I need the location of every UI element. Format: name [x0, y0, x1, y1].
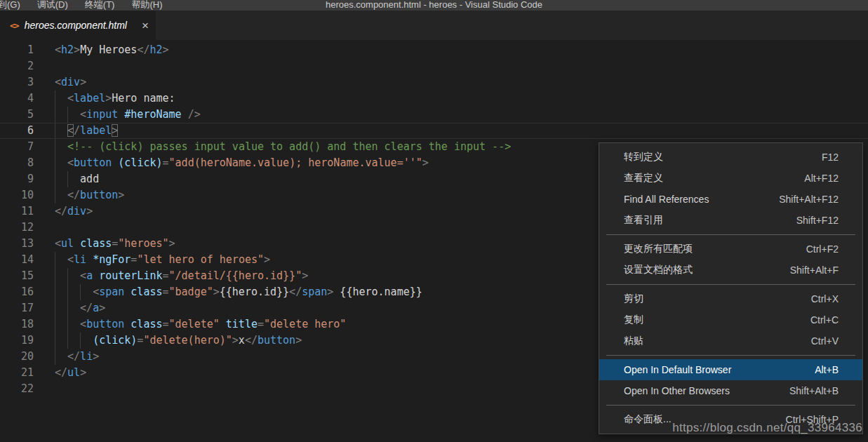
code-token: <	[80, 269, 86, 282]
code-token: >	[327, 286, 333, 298]
indent-guide	[55, 187, 67, 203]
code-token: </	[245, 334, 258, 347]
code-token: </	[67, 350, 80, 363]
code-line-content: </li>	[55, 349, 99, 365]
code-token: >	[422, 156, 429, 169]
menu-item-go-to-definition[interactable]: 转到定义F12	[599, 147, 862, 168]
line-number[interactable]: 19	[0, 333, 34, 349]
code-token: </	[67, 189, 80, 201]
indent-guide	[55, 284, 67, 300]
code-line[interactable]: 5<input #heroName />	[0, 107, 868, 123]
line-number[interactable]: 16	[0, 284, 34, 300]
line-number[interactable]: 9	[0, 171, 34, 187]
code-token: =	[112, 237, 118, 250]
menubar-item-terminal[interactable]: 终端(T)	[76, 0, 123, 11]
menu-item-shortcut: Shift+F12	[796, 215, 839, 226]
indent-guide	[55, 300, 67, 316]
menu-item-shortcut: Ctrl+X	[811, 293, 839, 304]
menu-item-format-document[interactable]: 设置文档的格式Shift+Alt+F	[599, 260, 862, 281]
code-token: Hero name:	[112, 92, 175, 105]
tab-heroes-component-html[interactable]: <> heroes.component.html ×	[0, 11, 156, 40]
code-token	[112, 156, 118, 169]
line-number[interactable]: 7	[0, 139, 34, 155]
code-line[interactable]: 4<label>Hero name:	[0, 91, 868, 107]
code-token: >	[213, 286, 220, 298]
menu-item-peek-references[interactable]: 查看引用Shift+F12	[599, 210, 862, 231]
menu-item-shortcut: Shift+Alt+F	[790, 264, 839, 276]
line-number[interactable]: 15	[0, 268, 34, 284]
line-number[interactable]: 22	[0, 381, 34, 397]
menu-item-copy[interactable]: 复制Ctrl+C	[599, 309, 862, 330]
line-number[interactable]: 12	[0, 220, 34, 236]
code-token: span	[302, 286, 327, 298]
code-line[interactable]: 6</label>	[0, 123, 868, 139]
indent-guide	[55, 268, 67, 284]
line-number[interactable]: 3	[0, 74, 34, 91]
code-token: {{hero.name}}	[333, 286, 422, 298]
code-token: <	[55, 76, 61, 88]
code-token: >	[302, 269, 308, 282]
code-line[interactable]: 1<h2>My Heroes</h2>	[0, 42, 868, 58]
menu-item-shortcut: Alt+B	[815, 364, 839, 375]
code-token	[182, 108, 188, 121]
line-number[interactable]: 10	[0, 187, 34, 203]
menu-item-open-in-default-browser[interactable]: Open In Default BrowserAlt+B	[599, 359, 862, 380]
indent-guide	[67, 171, 80, 187]
menu-item-find-all-references[interactable]: Find All ReferencesShift+Alt+F12	[599, 189, 862, 210]
code-token: h2	[61, 43, 74, 56]
menubar-item-go[interactable]: 到(G)	[0, 0, 29, 11]
menubar-item-help[interactable]: 帮助(H)	[123, 0, 171, 11]
menu-item-cut[interactable]: 剪切Ctrl+X	[599, 288, 862, 309]
menu-item-paste[interactable]: 粘贴Ctrl+V	[599, 330, 862, 351]
code-token: <	[67, 124, 74, 137]
code-token: >	[74, 43, 80, 56]
code-token	[220, 318, 226, 330]
code-line-content: </a>	[55, 300, 105, 316]
indent-guide	[67, 107, 80, 123]
code-token: =	[163, 318, 169, 330]
line-number[interactable]: 14	[0, 252, 34, 268]
indent-guide	[55, 171, 67, 187]
line-number[interactable]: 4	[0, 91, 34, 107]
line-number[interactable]: 6	[0, 123, 34, 138]
menu-item-open-in-other-browsers[interactable]: Open In Other BrowsersShift+Alt+B	[599, 380, 862, 401]
line-number[interactable]: 20	[0, 349, 34, 365]
indent-guide	[80, 284, 93, 300]
line-number[interactable]: 11	[0, 203, 34, 220]
code-token: label	[80, 124, 112, 137]
context-menu: 转到定义F12查看定义Alt+F12Find All ReferencesShi…	[599, 142, 863, 434]
menu-item-label: 设置文档的格式	[624, 264, 693, 276]
line-number[interactable]: 18	[0, 316, 34, 333]
code-line[interactable]: 3<div>	[0, 74, 868, 91]
tab-close-icon[interactable]: ×	[142, 20, 149, 32]
code-line[interactable]: 2	[0, 58, 868, 74]
code-token: span	[99, 286, 124, 298]
menu-item-label: 命令面板...	[624, 413, 672, 426]
menubar-item-debug[interactable]: 调试(D)	[29, 0, 76, 11]
line-number[interactable]: 17	[0, 300, 34, 316]
code-token: "/detail/{{hero.id}}"	[169, 269, 302, 282]
menu-item-peek-definition[interactable]: 查看定义Alt+F12	[599, 168, 862, 189]
line-number[interactable]: 1	[0, 42, 34, 58]
code-token: a	[93, 302, 99, 314]
code-line-content: <label>Hero name:	[55, 91, 175, 107]
code-token: {{hero.id}}	[220, 286, 289, 298]
code-token: *ngFor	[93, 253, 131, 266]
indent-guide	[55, 252, 67, 268]
indent-guide	[67, 316, 80, 333]
line-number[interactable]: 13	[0, 236, 34, 252]
line-number[interactable]: 5	[0, 107, 34, 123]
line-number[interactable]: 21	[0, 365, 34, 381]
menu-item-label: 转到定义	[624, 151, 663, 163]
indent-guide	[67, 333, 80, 349]
line-number[interactable]: 8	[0, 155, 34, 171]
code-token: add	[80, 173, 99, 185]
indent-guide	[67, 284, 80, 300]
code-line-content: <a routerLink="/detail/{{hero.id}}">	[55, 268, 308, 284]
code-token: >	[112, 124, 118, 137]
menu-item-shortcut: Shift+Alt+B	[789, 385, 839, 396]
line-number[interactable]: 2	[0, 58, 34, 74]
code-token: button	[86, 318, 124, 330]
menu-item-label: 查看引用	[624, 214, 663, 227]
menu-item-change-all-occurrences[interactable]: 更改所有匹配项Ctrl+F2	[599, 239, 862, 260]
